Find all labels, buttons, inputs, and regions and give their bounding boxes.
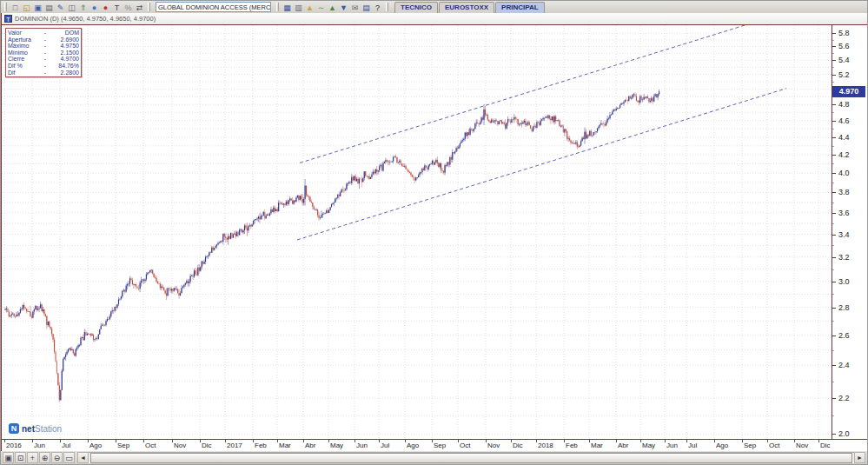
tab-principal[interactable]: PRINCIPAL (495, 2, 545, 13)
y-axis-tick (832, 335, 836, 336)
scrollbar-thumb[interactable] (90, 453, 852, 463)
save-icon[interactable]: ▣ (32, 2, 43, 12)
edit-workspace-icon[interactable]: ✎ (55, 2, 66, 12)
globe-icon[interactable]: ● (89, 2, 100, 12)
toolbar-grip[interactable] (386, 3, 388, 11)
area-chart-icon[interactable]: ▲ (327, 2, 338, 12)
scroll-right-icon[interactable]: ► (854, 452, 865, 463)
candle-body (623, 103, 624, 104)
candle-body (214, 248, 215, 249)
candle-body (215, 246, 216, 248)
candle-body (558, 120, 559, 121)
candlestick-chart[interactable] (2, 25, 833, 441)
new-document-icon[interactable]: □ (10, 2, 21, 12)
tab-eurostoxx[interactable]: EUROSTOXX (439, 2, 494, 13)
x-axis-label: Oct (769, 442, 779, 449)
candle-body (602, 123, 603, 124)
x-axis-tick (432, 440, 433, 442)
candle-body (447, 162, 447, 166)
candle-body (401, 161, 401, 164)
candle-body (346, 183, 347, 189)
candle-body (493, 120, 494, 123)
candle-body (49, 322, 50, 327)
candle-body (417, 177, 418, 178)
chart-window-icon[interactable]: ▦ (282, 2, 293, 12)
candle-body (162, 287, 163, 288)
candle-body (536, 123, 537, 128)
upload-icon[interactable]: ⇑ (77, 2, 89, 12)
toolbar-grip[interactable] (148, 3, 150, 11)
line-chart-icon[interactable]: ～ (315, 2, 327, 12)
candle-body (598, 127, 599, 129)
grid-window-icon[interactable]: ▥ (293, 2, 304, 12)
candle-body (133, 284, 134, 285)
candle-body (191, 276, 192, 276)
candle-body (129, 278, 130, 283)
x-axis-tick (225, 440, 226, 442)
candle-body (255, 219, 256, 220)
percent-icon[interactable]: % (123, 2, 134, 12)
candle-body (142, 279, 143, 280)
text-tool-icon[interactable]: T (111, 2, 123, 12)
open-folder-icon[interactable]: ◱ (21, 2, 32, 12)
info-label: Máximo (8, 43, 39, 50)
candle-body (171, 289, 172, 291)
candle-body (243, 230, 244, 232)
candle-body (183, 285, 184, 287)
candle-body (421, 169, 422, 172)
candle-body (634, 94, 635, 96)
tab-tecnico[interactable]: TECNICO (394, 2, 438, 13)
candle-body (149, 270, 150, 272)
candle-body (7, 309, 8, 312)
restore-view-icon[interactable]: ▭ (63, 452, 75, 463)
candle-body (266, 216, 267, 218)
candle-body (186, 281, 187, 283)
candle-body (500, 120, 500, 121)
candle-body (202, 262, 202, 268)
x-axis-tick (116, 440, 116, 442)
scrollbar-track[interactable] (89, 452, 854, 463)
candle-body (144, 279, 145, 281)
zoom-in-icon[interactable]: ⊕ (39, 452, 50, 463)
zoom-out-icon[interactable]: ⊖ (51, 452, 63, 463)
y-axis-minor-tick (832, 146, 834, 147)
bar-chart-icon[interactable]: ▼ (338, 2, 349, 12)
candle-body (189, 282, 189, 283)
scroll-left-icon[interactable]: ◄ (77, 452, 89, 463)
candle-body (305, 186, 306, 199)
toolbar-grip[interactable] (4, 3, 7, 11)
context-help-icon[interactable]: ? (372, 2, 383, 12)
candle-body (284, 203, 285, 204)
candle-body (616, 109, 617, 110)
toolbar-grip[interactable] (276, 3, 279, 11)
instrument-selector[interactable]: GLOBAL DOMINION ACCESS (MERCADO CO (156, 2, 271, 12)
y-axis-tick (832, 121, 836, 122)
snapshot-icon[interactable]: ▣ (3, 452, 14, 463)
candle-body (322, 214, 323, 215)
candle-body (332, 203, 333, 204)
candle-body (93, 335, 94, 340)
candle-body (53, 334, 54, 339)
candle-body (384, 162, 385, 163)
candle-body (194, 270, 195, 276)
candle-body (135, 284, 136, 285)
comment-icon[interactable]: ✉ (349, 2, 361, 12)
candle-body (113, 310, 114, 311)
y-axis-label: 4.0 (838, 169, 850, 177)
link-icon[interactable]: ⇄ (134, 2, 145, 12)
crosshair-icon[interactable]: + (27, 452, 38, 463)
copy-icon[interactable]: ◫ (66, 2, 77, 12)
candle-body (567, 131, 567, 139)
x-axis-tick (794, 440, 795, 442)
candle-body (283, 203, 284, 204)
candle-body (87, 334, 88, 335)
zoom-box-icon[interactable]: ⊡ (15, 452, 26, 463)
candle-body (286, 202, 287, 205)
alerts-icon[interactable]: ● (100, 2, 111, 12)
indicators-icon[interactable]: ▲ (304, 2, 315, 12)
print-icon[interactable]: ▤ (43, 2, 55, 12)
news-icon[interactable]: ▤ (361, 2, 372, 12)
chart-titlebar[interactable]: T DOMINION (D) (4.9650, 4.9750, 4.9650, … (2, 13, 868, 24)
price-axis[interactable]: 4.970 5.85.65.45.25.04.84.64.44.24.03.83… (832, 25, 868, 439)
candle-body (14, 314, 15, 316)
